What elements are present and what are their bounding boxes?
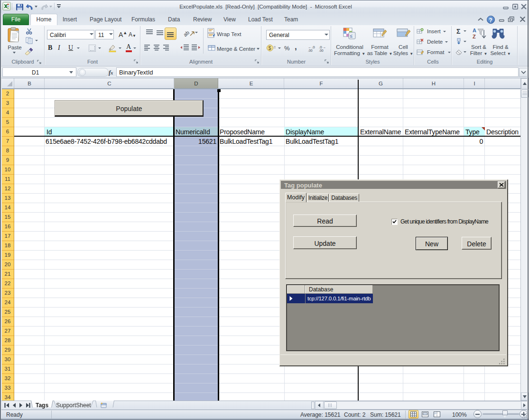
svg-text:ab: ab	[184, 29, 190, 37]
svg-text:.00: .00	[308, 49, 313, 52]
svg-text:≤: ≤	[350, 33, 353, 38]
svg-text:A: A	[473, 28, 476, 33]
svg-text:Z: Z	[473, 34, 476, 39]
svg-text:.00: .00	[319, 49, 324, 52]
svg-text:$: $	[269, 45, 271, 51]
